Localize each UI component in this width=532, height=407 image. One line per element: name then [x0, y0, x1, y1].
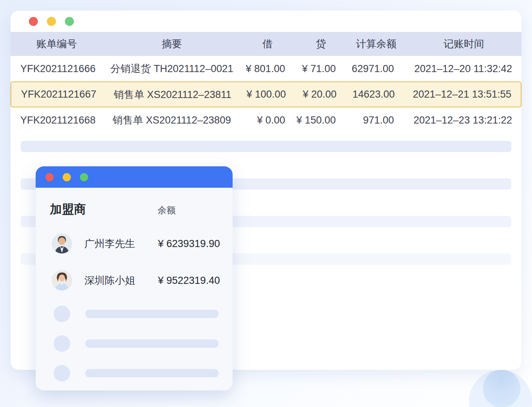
placeholder-member-row — [36, 358, 233, 388]
placeholder-text-bar — [85, 369, 219, 377]
table-row[interactable]: YFK2021121666 分销退货 TH2021112–0021 ¥ 801.… — [11, 56, 521, 81]
avatar-photo-male — [52, 234, 72, 254]
table-row[interactable]: YFK2021121668 销售单 XS2021112–23809 ¥ 0.00… — [11, 107, 521, 133]
member-list: 广州李先生 ¥ 6239319.90 深圳陈小姐 ¥ 9522319.40 — [36, 225, 233, 299]
column-header-summary: 摘要 — [104, 37, 239, 51]
cell-debit: ¥ 100.00 — [240, 89, 296, 100]
cell-balance: 62971.00 — [346, 63, 406, 75]
decorative-circle-inner — [483, 370, 520, 407]
member-row[interactable]: 广州李先生 ¥ 6239319.90 — [36, 225, 233, 262]
cell-debit: ¥ 0.00 — [239, 115, 296, 126]
avatar-photo-female — [52, 270, 72, 291]
cell-time: 2021–12–21 13:51:55 — [407, 89, 521, 100]
placeholder-avatar — [54, 306, 70, 322]
table-header-row: 账单编号 摘要 借 贷 计算余额 记账时间 — [11, 32, 521, 56]
column-header-bill-no: 账单编号 — [11, 37, 104, 51]
placeholder-member-row — [36, 299, 233, 329]
cell-credit: ¥ 150.00 — [296, 115, 346, 126]
member-name: 深圳陈小姐 — [84, 274, 158, 287]
placeholder-member-row — [36, 329, 233, 358]
cell-credit: ¥ 20.00 — [296, 89, 347, 100]
placeholder-text-bar — [85, 339, 219, 348]
cell-summary: 销售单 XS2021112–23811 — [105, 88, 240, 101]
main-window-titlebar — [11, 11, 521, 32]
cell-balance: 971.00 — [346, 115, 406, 126]
placeholder-row-bar — [21, 141, 511, 152]
popup-maximize-button[interactable] — [80, 173, 88, 181]
cell-summary: 销售单 XS2021112–23809 — [104, 113, 239, 127]
popup-titlebar — [36, 166, 233, 188]
cell-bill-no: YFK2021121666 — [11, 63, 104, 75]
cell-time: 2021–12–20 11:32:42 — [406, 63, 521, 75]
franchisee-column-label: 加盟商 — [50, 201, 158, 218]
cell-bill-no: YFK2021121667 — [11, 89, 105, 100]
member-balance: ¥ 6239319.90 — [158, 238, 220, 250]
column-header-balance: 计算余额 — [346, 37, 406, 51]
cell-summary: 分销退货 TH2021112–0021 — [104, 62, 239, 75]
cell-bill-no: YFK2021121668 — [11, 115, 104, 126]
popup-minimize-button[interactable] — [63, 173, 71, 181]
placeholder-avatar — [54, 365, 70, 381]
balance-column-label: 余额 — [158, 204, 176, 216]
member-balance: ¥ 9522319.40 — [158, 275, 220, 286]
member-row[interactable]: 深圳陈小姐 ¥ 9522319.40 — [36, 262, 233, 299]
placeholder-text-bar — [85, 310, 219, 318]
popup-close-button[interactable] — [45, 173, 54, 181]
close-button[interactable] — [29, 17, 38, 26]
cell-time: 2021–12–23 13:21:22 — [406, 115, 521, 126]
cell-balance: 14623.00 — [347, 89, 407, 100]
popup-header: 加盟商 余额 — [36, 201, 233, 218]
column-header-time: 记账时间 — [406, 37, 521, 51]
member-name: 广州李先生 — [84, 237, 158, 250]
table-row-selected[interactable]: YFK2021121667 销售单 XS2021112–23811 ¥ 100.… — [11, 81, 521, 107]
placeholder-avatar — [54, 335, 70, 352]
cell-credit: ¥ 71.00 — [296, 63, 346, 75]
franchisee-popup-window: 加盟商 余额 广州李先生 ¥ 6239319.90 — [36, 166, 233, 390]
cell-debit: ¥ 801.00 — [239, 63, 296, 75]
column-header-credit: 贷 — [296, 37, 346, 51]
column-header-debit: 借 — [239, 37, 296, 51]
maximize-button[interactable] — [65, 17, 74, 26]
minimize-button[interactable] — [47, 17, 56, 26]
